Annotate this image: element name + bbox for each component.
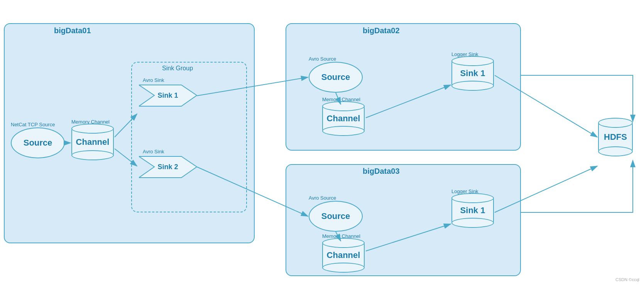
bd01-sink1: Sink 1: [139, 83, 197, 108]
bd01-sink2-sublabel: Avro Sink: [143, 149, 164, 154]
bd01-sink1-sublabel: Avro Sink: [143, 77, 164, 83]
bd02-source-label: Source: [321, 72, 350, 82]
bd01-source-label: Source: [24, 138, 52, 148]
bigdata03-label: bigData03: [363, 167, 400, 176]
bd02-channel-body: Channel: [322, 105, 365, 132]
bd02-sink: Logger Sink Sink 1: [451, 60, 494, 87]
bd01-sink2-label: Sink 2: [157, 163, 178, 171]
bd03-channel-body: Channel: [322, 242, 365, 269]
bd03-source-ellipse: Source: [309, 201, 363, 232]
bigdata02-label: bigData02: [363, 26, 400, 35]
hdfs-body: HDFS: [598, 122, 633, 153]
bd03-sink: Logger Sink Sink 1: [451, 197, 494, 224]
bd03-source-sublabel: Avro Source: [309, 195, 336, 201]
watermark: CSDN ©ccql: [615, 277, 639, 282]
bd01-sink2: Sink 2: [139, 154, 197, 180]
bd01-source-ellipse: Source: [11, 127, 65, 158]
bd01-source-sublabel: NetCat TCP Source: [11, 122, 55, 127]
sinkgroup-label: Sink Group: [162, 65, 193, 72]
bd03-source-label: Source: [321, 211, 350, 221]
bd01-channel-body: Channel: [71, 127, 114, 156]
hdfs: HDFS: [598, 122, 633, 153]
bd01-channel: Memory Channel Channel: [71, 127, 114, 156]
bd02-sink-body: Sink 1: [451, 60, 494, 87]
bigdata01-label: bigData01: [54, 26, 91, 35]
diagram-container: bigData01 Sink Group Source NetCat TCP S…: [0, 0, 644, 285]
bd02-source-ellipse: Source: [309, 62, 363, 93]
bd03-channel: Memory Channel Channel: [322, 242, 365, 269]
bd01-sink1-label: Sink 1: [157, 92, 178, 100]
bd02-source-sublabel: Avro Source: [309, 56, 336, 62]
bd03-sink-body: Sink 1: [451, 197, 494, 224]
bd02-channel: Memory Channel Channel: [322, 105, 365, 132]
